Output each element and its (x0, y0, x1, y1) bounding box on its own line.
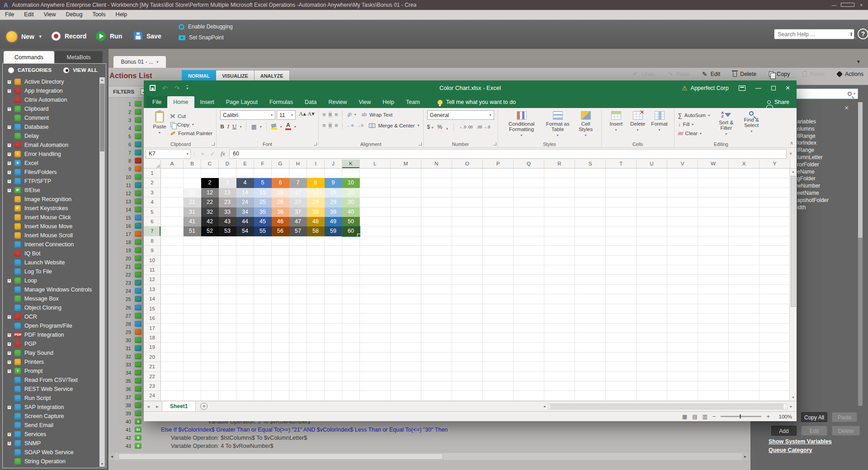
currency-format-button[interactable]: $ ▾ (427, 124, 434, 130)
cell-A15[interactable] (161, 304, 184, 314)
cell-O7[interactable] (452, 226, 483, 236)
app-close-button[interactable]: × (854, 2, 868, 8)
italic-button[interactable]: I (227, 123, 229, 130)
cell-H13[interactable] (289, 285, 307, 294)
cell-S24[interactable] (575, 391, 606, 400)
cell-K15[interactable] (342, 304, 360, 314)
cell-W11[interactable] (698, 265, 729, 275)
cell-F4[interactable]: 25 (254, 197, 272, 207)
cell-T3[interactable] (606, 188, 637, 197)
run-button[interactable]: Run (96, 31, 122, 41)
cell-V22[interactable] (667, 372, 698, 381)
cell-R19[interactable] (544, 343, 575, 352)
column-header-A[interactable]: A (161, 160, 184, 168)
cell-Y16[interactable] (760, 314, 789, 323)
cell-W23[interactable] (698, 381, 729, 391)
enable-debugging-button[interactable]: Enable Debugging (179, 24, 233, 30)
cell-X9[interactable] (729, 246, 760, 255)
cell-H12[interactable] (289, 275, 307, 284)
cell-O11[interactable] (452, 265, 483, 275)
cell-O18[interactable] (452, 333, 483, 343)
cell-K9[interactable] (342, 246, 360, 255)
cell-S15[interactable] (575, 304, 606, 314)
expander-icon[interactable]: + (7, 143, 11, 147)
cell-C8[interactable] (201, 236, 219, 246)
sidebar-item-comment[interactable]: Comment (4, 113, 99, 122)
cell-W12[interactable] (698, 275, 729, 284)
cell-L23[interactable] (360, 381, 391, 391)
step-icon[interactable] (135, 272, 142, 277)
cell-Q8[interactable] (514, 236, 544, 246)
align-right-icon[interactable]: ≡ (335, 122, 338, 128)
cell-P11[interactable] (483, 265, 514, 275)
variable-item[interactable]: gFolder (797, 175, 816, 182)
excel-minimize-button[interactable]: — (755, 85, 761, 91)
cell-M11[interactable] (391, 265, 421, 275)
menu-debug[interactable]: Debug (61, 10, 88, 19)
step-icon[interactable] (135, 402, 142, 408)
cell-U6[interactable] (637, 217, 667, 226)
record-button[interactable]: Record (52, 32, 86, 41)
cell-V5[interactable] (667, 207, 698, 217)
cell-J2[interactable]: 9 (325, 178, 342, 188)
cell-D17[interactable] (219, 324, 236, 333)
cell-Y10[interactable] (760, 256, 789, 265)
step-icon[interactable] (135, 117, 142, 123)
cell-F3[interactable]: 15 (254, 188, 272, 197)
cell-R23[interactable] (544, 381, 575, 391)
ribbon-tab-help[interactable]: Help (377, 96, 400, 108)
cell-Q7[interactable] (514, 226, 544, 236)
previous-sheet-icon[interactable]: ◂ (144, 404, 153, 409)
cell-Q9[interactable] (514, 246, 544, 255)
step-icon[interactable] (135, 198, 142, 204)
cell-F16[interactable] (254, 314, 272, 323)
cell-H17[interactable] (289, 324, 307, 333)
cell-U16[interactable] (637, 314, 667, 323)
cell-Q17[interactable] (514, 324, 544, 333)
cell-A6[interactable] (161, 217, 184, 226)
cell-N3[interactable] (421, 188, 452, 197)
ribbon-tab-home[interactable]: Home (167, 96, 194, 108)
cell-G21[interactable] (272, 362, 289, 371)
cell-D8[interactable] (219, 236, 236, 246)
cell-H3[interactable]: 17 (289, 188, 307, 197)
sidebar-item-email-automation[interactable]: +Email Automation (4, 141, 99, 150)
cell-L11[interactable] (360, 265, 391, 275)
cell-T2[interactable] (606, 178, 637, 188)
cell-C1[interactable] (201, 169, 219, 178)
cell-B4[interactable]: 21 (184, 197, 201, 207)
cell-X4[interactable] (729, 197, 760, 207)
cell-A1[interactable] (161, 169, 184, 178)
format-painter-button[interactable]: Format Painter (170, 129, 212, 137)
scroll-left-icon[interactable]: ◂ (541, 404, 548, 409)
cell-G6[interactable]: 46 (272, 217, 289, 226)
cell-S22[interactable] (575, 372, 606, 381)
cell-D9[interactable] (219, 246, 236, 255)
cell-E6[interactable]: 44 (236, 217, 254, 226)
row-header-8[interactable]: 8 (144, 236, 161, 246)
cell-M1[interactable] (391, 169, 421, 178)
cell-R20[interactable] (544, 352, 575, 362)
cell-W20[interactable] (698, 352, 729, 362)
cell-L1[interactable] (360, 169, 391, 178)
cell-C6[interactable]: 42 (201, 217, 219, 226)
zoom-slider[interactable] (721, 416, 761, 417)
cell-C21[interactable] (201, 362, 219, 371)
cell-L13[interactable] (360, 285, 391, 294)
cell-O15[interactable] (452, 304, 483, 314)
cell-H14[interactable] (289, 294, 307, 304)
sidebar-item-iq-bot[interactable]: IQ Bot (4, 249, 99, 258)
variable-item[interactable]: lorIndex (797, 140, 816, 146)
zoom-in-button[interactable]: + (766, 413, 770, 420)
cell-G13[interactable] (272, 285, 289, 294)
cell-M23[interactable] (391, 381, 421, 391)
cell-F1[interactable] (254, 169, 272, 178)
cell-I21[interactable] (307, 362, 325, 371)
cell-Y20[interactable] (760, 352, 789, 362)
cell-K14[interactable] (342, 294, 360, 304)
cell-O20[interactable] (452, 352, 483, 362)
cell-P16[interactable] (483, 314, 514, 323)
cell-N17[interactable] (421, 324, 452, 333)
cell-B21[interactable] (184, 362, 201, 371)
cell-K5[interactable]: 40 (342, 207, 360, 217)
